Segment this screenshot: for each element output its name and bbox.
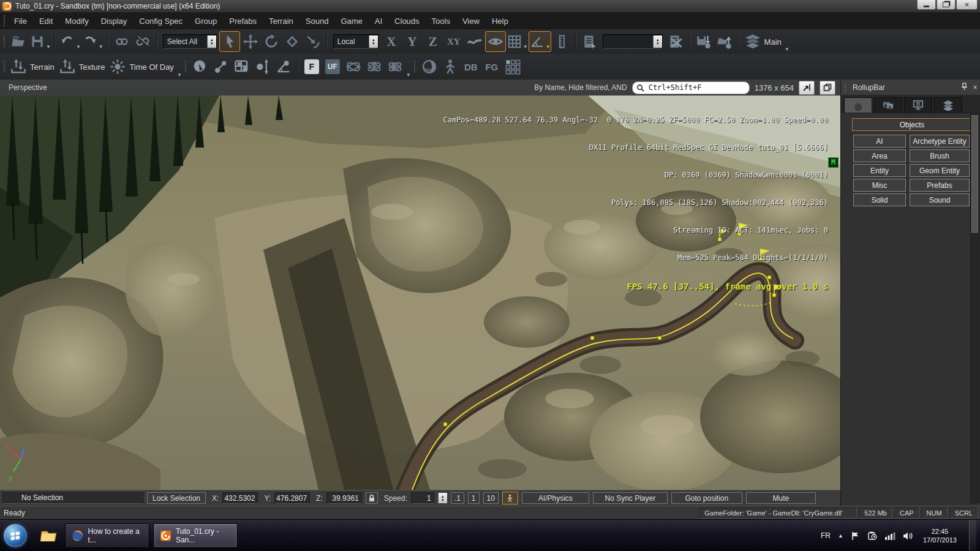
constrain-x-button[interactable]: X [381,31,402,52]
menu-group[interactable]: Group [189,13,223,29]
lock-axis-button[interactable] [366,492,378,504]
tab-terrain[interactable] [874,97,902,113]
constrain-y-button[interactable]: Y [402,31,423,52]
constrain-xy-button[interactable]: XY [443,31,464,52]
export-level-button[interactable] [693,31,714,52]
redo-dropdown-arrow[interactable]: ▼ [99,44,104,51]
selection-mask-combo[interactable]: Select All ▲▼ [163,34,217,49]
toolbar-grip[interactable] [184,60,187,73]
task-button-browser[interactable]: How to create a t... [65,523,149,548]
link-button[interactable] [111,31,132,52]
grid-objects-button[interactable] [232,56,252,77]
taskbar-clock[interactable]: 22:45 17/07/2013 [923,527,957,544]
show-desktop-button[interactable] [969,520,976,551]
speed-input[interactable] [411,492,434,504]
import-level-button[interactable] [714,31,735,52]
tray-expand-icon[interactable]: ▲ [838,533,843,539]
rollupbar-grip[interactable] [843,83,846,92]
clear-selection-button[interactable] [665,31,686,52]
viewport-layout-button[interactable] [820,81,835,95]
combo-spinner[interactable]: ▲▼ [207,36,216,48]
close-button[interactable]: × [956,0,978,10]
menu-config-spec[interactable]: Config Spec [133,13,189,29]
camera-snap-button[interactable] [485,31,506,52]
menu-view[interactable]: View [456,13,486,29]
save-button[interactable]: ▼ [29,31,51,52]
coord-system-combo[interactable]: Local ▲▼ [333,34,379,49]
time-of-day-label[interactable]: Time Of Day [129,62,173,72]
menu-ai[interactable]: AI [369,13,388,29]
network-signal-icon[interactable] [884,531,895,540]
object-button-misc[interactable]: Misc [853,179,906,192]
object-button-brush[interactable]: Brush [910,149,970,162]
scale-tool-button[interactable] [282,31,303,52]
undo-dropdown-arrow[interactable]: ▼ [76,44,81,51]
character-toggle-button[interactable] [502,492,518,504]
database-view-button[interactable]: DB [461,56,481,77]
unfreeze-physics-button[interactable]: UF [322,56,343,77]
scrollbar-thumb[interactable] [971,115,978,233]
toolbar-grip[interactable] [2,60,6,73]
ruler-button[interactable] [551,31,572,52]
language-indicator[interactable]: FR [821,531,831,540]
restore-button[interactable] [937,0,956,10]
viewport-popout-button[interactable] [799,81,815,95]
viewport-view-label[interactable]: Perspective [9,83,47,92]
object-button-solid[interactable]: Solid [853,193,906,206]
speed-preset-1-button[interactable]: 1 [468,492,480,504]
x-coord-input[interactable] [222,492,258,504]
rollup-scrollbar[interactable] [970,114,979,503]
texture-button-label[interactable]: Texture [79,62,105,72]
physics-simulate-button[interactable] [385,56,405,77]
vertex-snap-button[interactable] [211,56,232,77]
combo-spinner[interactable]: ▲▼ [653,36,662,48]
angle-snap-button[interactable]: ▼ [529,31,551,52]
menu-display[interactable]: Display [95,13,134,29]
toolbar-grip[interactable] [2,35,6,48]
perspective-viewport[interactable]: x y CamPos=489.28 527.64 76.39 Angl=-32 … [0,96,840,490]
object-button-area[interactable]: Area [853,149,906,162]
filter-mode-label[interactable]: By Name, Hide filtered, AND [534,83,627,92]
measure-pick-button[interactable] [190,56,211,77]
tab-objects[interactable] [844,97,872,113]
object-button-entity[interactable]: Entity [853,164,906,177]
object-button-sound[interactable]: Sound [910,193,970,206]
time-of-day-button[interactable] [107,56,128,77]
rotate-tool-button[interactable] [261,31,282,52]
no-sync-player-button[interactable]: No Sync Player [593,492,668,504]
speed-preset-10-button[interactable]: 10 [483,492,499,504]
material-editor-button[interactable] [419,56,440,77]
updates-icon[interactable] [867,531,877,541]
search-box[interactable] [632,81,750,94]
physics-get-state-button[interactable] [364,56,385,77]
titlebar[interactable]: Tuto_01.cry - Sandbox (tm) [non-commerci… [0,0,980,13]
angle-snap-dropdown-arrow[interactable]: ▼ [546,44,551,51]
physics-dropdown-arrow[interactable]: ▼ [406,72,411,80]
undo-button[interactable]: ▼ [59,31,81,52]
menu-help[interactable]: Help [486,13,514,29]
object-button-archetype-entity[interactable]: Archetype Entity [910,135,970,148]
grid-snap-dropdown-arrow[interactable]: ▼ [523,44,528,51]
terrain-button-label[interactable]: Terrain [30,62,55,72]
object-button-prefabs[interactable]: Prefabs [910,179,970,192]
goto-position-button[interactable]: Goto position [671,492,742,504]
angle-measure-button[interactable] [273,56,294,77]
menu-file[interactable]: File [8,13,33,29]
objects-section-header[interactable]: Objects [852,118,972,131]
object-height-button[interactable] [252,56,273,77]
grid-snap-button[interactable]: ▼ [506,31,529,52]
tab-layers[interactable] [934,97,962,113]
lock-selection-button[interactable]: Lock Selection [147,492,206,504]
unlink-button[interactable] [132,31,153,52]
toolbar-grip[interactable] [413,60,417,73]
named-selection-button[interactable] [579,31,600,52]
follow-terrain-button[interactable] [464,31,485,52]
menubar-grip[interactable] [2,14,6,28]
speed-preset-01-button[interactable]: .1 [451,492,464,504]
open-file-button[interactable] [8,31,29,52]
import-terrain-button[interactable] [8,56,29,77]
minimize-button[interactable] [917,0,936,10]
select-tool-button[interactable] [219,31,240,52]
menu-game[interactable]: Game [334,13,368,29]
z-coord-input[interactable] [326,492,362,504]
